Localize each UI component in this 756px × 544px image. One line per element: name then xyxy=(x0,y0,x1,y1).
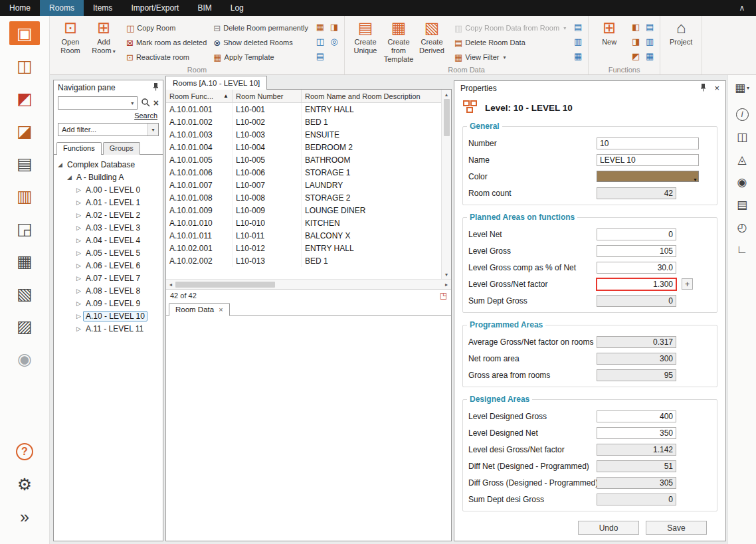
data-copy-icon[interactable]: ▤ xyxy=(572,21,584,33)
room-row[interactable]: A.10.01.004 L10-004 BEDROOM 2 xyxy=(166,141,441,153)
copy-room-button[interactable]: ◫ Copy Room ▾ xyxy=(124,21,209,35)
logistics-icon[interactable]: ◲ xyxy=(9,217,40,240)
menu-tab[interactable]: Items xyxy=(84,0,122,16)
tree-item[interactable]: ▷ A.06 - LEVEL 6 xyxy=(54,259,163,272)
search-link[interactable]: Search xyxy=(134,112,157,120)
tree-item[interactable]: ▷ A.10 - LEVEL 10 xyxy=(54,310,163,322)
property-field[interactable]: 400 xyxy=(597,410,676,422)
create-unique-button[interactable]: ▤ Create Unique▾ xyxy=(349,17,382,64)
tree-expander-icon[interactable]: ▷ xyxy=(74,250,83,256)
property-field[interactable]: LEVEL 10 xyxy=(597,154,699,166)
tree-expander-icon[interactable]: ▷ xyxy=(74,325,83,332)
room-row[interactable]: A.10.01.011 L10-011 BALCONY X xyxy=(166,229,441,242)
color-swatch[interactable]: ▼ xyxy=(597,171,699,182)
paste-doc-icon[interactable]: ▤ xyxy=(314,50,326,62)
property-field[interactable]: 42 xyxy=(597,187,676,199)
doc-cut-icon[interactable]: ▥ xyxy=(644,35,656,47)
copy-doc-icon[interactable]: ◫ xyxy=(314,35,326,47)
property-field[interactable]: 10 xyxy=(597,137,699,149)
room-row[interactable]: A.10.01.007 L10-007 LAUNDRY xyxy=(166,179,441,191)
copy-panel-icon[interactable]: ◫ ▾ xyxy=(737,128,747,146)
menu-tab[interactable]: Home xyxy=(0,0,40,16)
tree-expander-icon[interactable]: ▷ xyxy=(74,313,83,319)
tree-expander-icon[interactable]: ▷ xyxy=(74,288,83,294)
column-header-room-name[interactable]: Room Name and Room Description xyxy=(302,90,441,102)
scroll-left-icon[interactable]: ◂ xyxy=(166,282,175,288)
open-room-button[interactable]: ⊡ Open Room▾ xyxy=(54,17,87,56)
tree-item[interactable]: ▷ A.05 - LEVEL 5 xyxy=(54,246,163,259)
room-row[interactable]: A.10.01.005 L10-005 BATHROOM xyxy=(166,153,441,166)
rooms-module-icon[interactable]: ▣ xyxy=(9,21,40,45)
tree-expander-icon[interactable]: ▷ xyxy=(74,199,83,206)
tree-item[interactable]: ▷ A.09 - LEVEL 9 xyxy=(54,297,163,310)
tree-item[interactable]: ▷ A.04 - LEVEL 4 xyxy=(54,234,163,246)
create-derived-button[interactable]: ▧ Create Derived▾ xyxy=(415,17,448,64)
scroll-up-icon[interactable]: ▴ xyxy=(445,90,448,99)
pin-icon[interactable] xyxy=(153,82,159,93)
scroll-down-icon[interactable]: ▾ xyxy=(445,270,448,279)
room-row[interactable]: A.10.01.008 L10-008 STORAGE 2 xyxy=(166,191,441,204)
room-row[interactable]: A.10.01.006 L10-006 STORAGE 1 xyxy=(166,166,441,179)
property-field[interactable]: 350 xyxy=(597,427,676,439)
create-from-template-button[interactable]: ▦ Create from Template▾ xyxy=(382,17,415,64)
stamp-icon[interactable]: ▦ xyxy=(314,21,326,33)
tree-item[interactable]: ▷ A.11 - LEVEL 11 xyxy=(54,322,163,335)
tree-item[interactable]: ▷ A.07 - LEVEL 7 xyxy=(54,272,163,284)
property-field[interactable]: 1.142 xyxy=(597,444,676,456)
property-field[interactable]: 0 xyxy=(597,494,676,505)
add-room-button[interactable]: ⊞ Add Room▾ xyxy=(87,17,120,56)
room-row[interactable]: A.10.02.001 L10-012 ENTRY HALL xyxy=(166,242,441,254)
mark-room-deleted-button[interactable]: ⊠ Mark room as deleted ▾ xyxy=(124,35,209,50)
apply-template-button[interactable]: ▦ Apply Template ▾ xyxy=(211,50,310,64)
contacts-icon[interactable]: ◉ xyxy=(9,347,40,371)
tree-item[interactable]: ◢ A - Building A xyxy=(54,171,163,183)
tree-item[interactable]: ▷ A.00 - LEVEL 0 xyxy=(54,183,163,196)
room-row[interactable]: A.10.01.009 L10-009 LOUNGE DINER xyxy=(166,204,441,217)
tree-item[interactable]: ▷ A.03 - LEVEL 3 xyxy=(54,221,163,234)
pin-icon[interactable] xyxy=(700,83,706,94)
room-row[interactable]: A.10.01.003 L10-003 ENSUITE xyxy=(166,128,441,141)
items-module-icon[interactable]: ◫ xyxy=(9,54,40,78)
close-panel-icon[interactable]: × xyxy=(714,83,719,93)
function-cut-icon[interactable]: ◨ xyxy=(630,35,642,47)
column-header-room-function[interactable]: Room Func...▲ xyxy=(166,90,233,102)
property-field[interactable]: 1.300 xyxy=(596,278,677,291)
search-input[interactable] xyxy=(58,99,128,107)
vertical-scrollbar[interactable]: ▴ ▾ xyxy=(441,90,451,279)
menu-tab[interactable]: BIM xyxy=(188,0,221,16)
property-field[interactable]: 305 xyxy=(597,477,676,489)
property-field[interactable]: 0 xyxy=(597,295,676,307)
doc-paste-icon[interactable]: ▦ xyxy=(644,50,656,62)
show-deleted-rooms-button[interactable]: ⊗ Show deleted Rooms ▾ xyxy=(211,35,310,50)
status-grid-icon[interactable]: ◳ xyxy=(440,291,447,300)
info-icon[interactable]: i ▾ xyxy=(736,105,749,124)
add-plus-button[interactable]: + xyxy=(682,278,693,290)
scroll-right-icon[interactable]: ▸ xyxy=(442,282,451,288)
tree-expander-icon[interactable]: ▷ xyxy=(74,225,83,231)
save-button[interactable]: Save xyxy=(646,521,707,535)
view-filter-button[interactable]: ▦ View Filter ▾ xyxy=(452,50,568,64)
reset-icon[interactable]: ◎ xyxy=(328,35,340,47)
tree-expander-icon[interactable]: ▷ xyxy=(74,262,83,269)
item-templates-icon[interactable]: ◪ xyxy=(9,119,40,143)
data-export-icon[interactable]: ▦ xyxy=(572,50,584,62)
copy-room-data-button[interactable]: ▥ Copy Room Data from Room ▾ xyxy=(452,21,568,35)
delete-room-permanently-button[interactable]: ⊟ Delete Room permanently ▾ xyxy=(211,21,310,35)
dimensions-icon[interactable]: ∟ ▾ xyxy=(737,240,748,259)
new-function-button[interactable]: ⊞ New ▾ xyxy=(593,17,626,46)
menu-tab[interactable]: Import/Export xyxy=(122,0,188,16)
reactivate-room-button[interactable]: ⊡ Reactivate room ▾ xyxy=(124,50,209,64)
model-icon[interactable]: ◬ ▾ xyxy=(737,150,746,169)
room-row[interactable]: A.10.01.002 L10-002 BED 1 xyxy=(166,116,441,128)
collapse-ribbon-icon[interactable]: ∧ xyxy=(728,0,756,16)
room-row[interactable]: A.10.02.002 L10-013 BED 1 xyxy=(166,254,441,267)
tree-expander-icon[interactable]: ▷ xyxy=(74,237,83,244)
documents-icon[interactable]: ▤ xyxy=(9,151,40,175)
navigation-tab[interactable]: Groups xyxy=(103,142,140,155)
room-data-tab[interactable]: Room Data × xyxy=(169,303,230,316)
scrollbar-thumb[interactable] xyxy=(444,99,450,136)
property-field[interactable]: 51 xyxy=(597,460,676,472)
finance-icon[interactable]: ▥ xyxy=(9,184,40,208)
search-history-dropdown-icon[interactable]: ▾ xyxy=(128,100,137,106)
chevron-down-icon[interactable]: ▾ xyxy=(147,124,158,136)
